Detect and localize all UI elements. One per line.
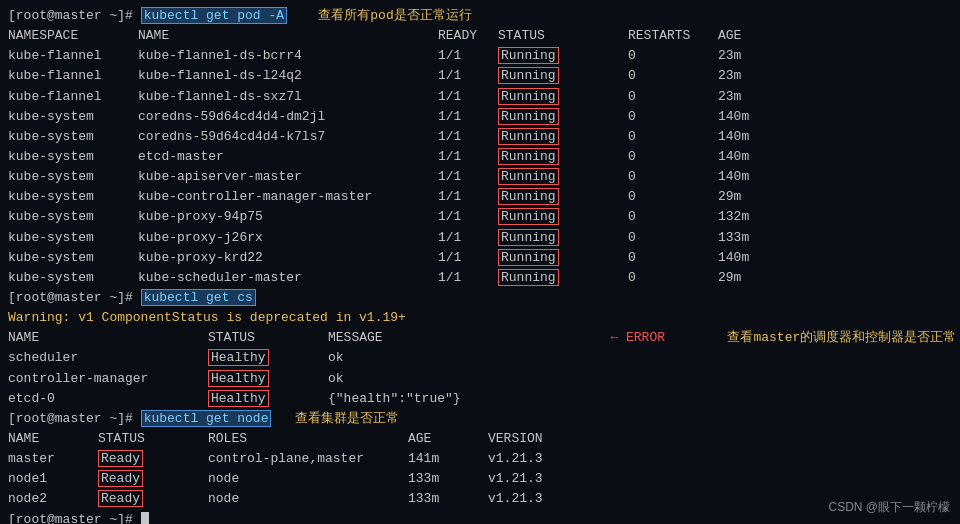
cmd-get-node: kubectl get node	[141, 410, 272, 427]
error-label: ← ERROR	[548, 330, 665, 345]
pod-row-6: kube-systemetcd-master1/1Running0140m	[8, 147, 952, 167]
watermark: CSDN @眼下一颗柠檬	[828, 499, 950, 516]
annotation-get-pod: 查看所有pod是否正常运行	[318, 8, 471, 23]
pod-row-2: kube-flannelkube-flannel-ds-l24q21/1Runn…	[8, 66, 952, 86]
cmd-line-3: [root@master ~]# kubectl get node 查看集群是否…	[8, 409, 952, 429]
cs-row-2: controller-managerHealthyok	[8, 369, 952, 389]
annotation-node: 查看集群是否正常	[295, 411, 399, 426]
cs-row-1: schedulerHealthyok	[8, 348, 952, 368]
pod-row-7: kube-systemkube-apiserver-master1/1Runni…	[8, 167, 952, 187]
pod-row-9: kube-systemkube-proxy-94p751/1Running013…	[8, 207, 952, 227]
pod-row-12: kube-systemkube-scheduler-master1/1Runni…	[8, 268, 952, 288]
cs-table-header: NAMESTATUSMESSAGE ← ERROR 查看master的调度器和控…	[8, 328, 952, 348]
cs-row-3: etcd-0Healthy{"health":"true"}	[8, 389, 952, 409]
final-prompt: [root@master ~]#	[8, 512, 141, 524]
pod-row-1: kube-flannelkube-flannel-ds-bcrr41/1Runn…	[8, 46, 952, 66]
prompt-1: [root@master ~]#	[8, 8, 141, 23]
annotation-cs: 查看master的调度器和控制器是否正常	[727, 330, 956, 345]
pod-row-4: kube-systemcoredns-59d64cd4d4-dm2jl1/1Ru…	[8, 107, 952, 127]
pod-row-5: kube-systemcoredns-59d64cd4d4-k7ls71/1Ru…	[8, 127, 952, 147]
prompt-2: [root@master ~]#	[8, 290, 141, 305]
cmd-get-cs: kubectl get cs	[141, 289, 256, 306]
node-row-1: masterReadycontrol-plane,master141mv1.21…	[8, 449, 952, 469]
node-row-3: node2Readynode133mv1.21.3	[8, 489, 952, 509]
pod-row-10: kube-systemkube-proxy-j26rx1/1Running013…	[8, 228, 952, 248]
cmd-line-2: [root@master ~]# kubectl get cs	[8, 288, 952, 308]
terminal: [root@master ~]# kubectl get pod -A 查看所有…	[0, 0, 960, 524]
warning-line: Warning: v1 ComponentStatus is deprecate…	[8, 308, 952, 328]
pod-row-11: kube-systemkube-proxy-krd221/1Running014…	[8, 248, 952, 268]
cmd-line-1: [root@master ~]# kubectl get pod -A 查看所有…	[8, 6, 952, 26]
node-row-2: node1Readynode133mv1.21.3	[8, 469, 952, 489]
pod-table-header: NAMESPACENAMEREADYSTATUSRESTARTSAGE	[8, 26, 952, 46]
final-prompt-line: [root@master ~]#	[8, 510, 952, 524]
node-table-header: NAMESTATUSROLESAGEVERSION	[8, 429, 952, 449]
pod-row-8: kube-systemkube-controller-manager-maste…	[8, 187, 952, 207]
prompt-3: [root@master ~]#	[8, 411, 141, 426]
pod-row-3: kube-flannelkube-flannel-ds-sxz7l1/1Runn…	[8, 87, 952, 107]
cursor	[141, 512, 149, 524]
cmd-get-pod: kubectl get pod -A	[141, 7, 287, 24]
